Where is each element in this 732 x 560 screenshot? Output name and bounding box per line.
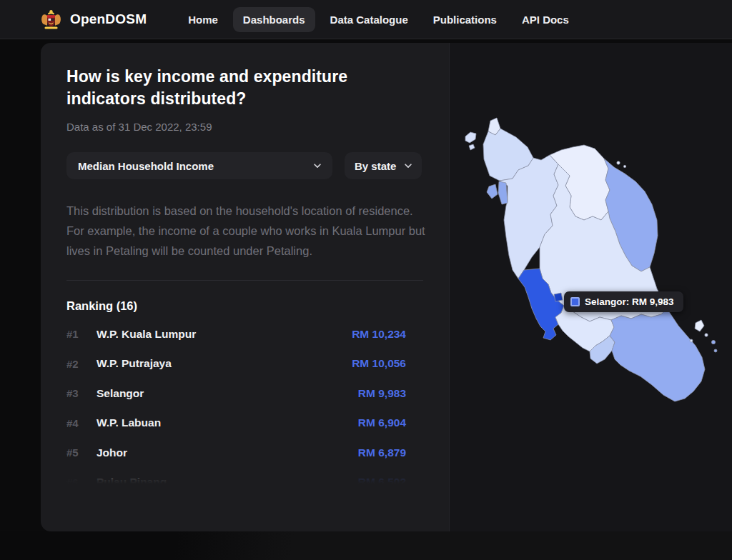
map-state-pulau-pinang[interactable] <box>487 184 498 199</box>
distribution-description: This distribution is based on the househ… <box>66 201 430 261</box>
ranking-row: #5 Johor RM 6,879 <box>66 438 423 468</box>
indicator-dropdown[interactable]: Median Household Income <box>66 152 332 179</box>
nav-item[interactable]: Dashboards <box>233 7 315 32</box>
map-region-seberang-perai[interactable] <box>498 181 508 204</box>
map-islet[interactable] <box>711 340 715 344</box>
dashboard-card: How is key income and expenditure indica… <box>41 43 732 531</box>
rank-number: #5 <box>66 446 92 459</box>
state-name: Pulau Pinang <box>97 476 167 484</box>
rank-number: #4 <box>66 417 92 429</box>
peninsular-malaysia-map <box>450 43 732 531</box>
tooltip-label: Selangor: RM 9,983 <box>585 296 674 307</box>
map-island-tioman[interactable] <box>695 320 704 331</box>
map-state-johor[interactable] <box>610 309 705 401</box>
state-name: W.P. Labuan <box>97 416 161 429</box>
filter-controls: Median Household Income By state <box>66 152 423 179</box>
ranking-row: #1 W.P. Kuala Lumpur RM 10,234 <box>66 319 423 349</box>
ranking-row: #4 W.P. Labuan RM 6,904 <box>66 409 423 439</box>
brand[interactable]: OpenDOSM <box>40 9 147 30</box>
main-nav: Home Dashboards Data Catalogue Publicati… <box>178 7 579 32</box>
map-islet[interactable] <box>469 144 475 150</box>
chevron-down-icon <box>403 161 413 171</box>
rank-number: #2 <box>66 358 92 370</box>
map-islet[interactable] <box>690 339 693 342</box>
nav-item[interactable]: Home <box>178 7 228 32</box>
income-value: RM 9,983 <box>358 387 423 400</box>
ranking-row: #6 Pulau Pinang RM 6,502 <box>66 468 423 484</box>
income-value: RM 6,904 <box>358 416 423 429</box>
choropleth-map-pane: Selangor: RM 9,983 <box>449 43 732 531</box>
nav-item[interactable]: API Docs <box>512 7 579 32</box>
level-dropdown-value: By state <box>355 160 396 172</box>
dashboard-left-pane: How is key income and expenditure indica… <box>41 43 449 531</box>
income-value: RM 10,234 <box>352 328 423 341</box>
malaysia-coat-of-arms-icon <box>40 9 62 30</box>
tooltip-color-swatch <box>570 297 580 306</box>
state-name: Johor <box>97 446 127 459</box>
indicator-dropdown-value: Median Household Income <box>78 160 214 172</box>
map-islet[interactable] <box>623 165 625 167</box>
ranking-title: Ranking (16) <box>66 299 423 313</box>
map-islet[interactable] <box>714 349 717 352</box>
income-value: RM 6,879 <box>358 446 423 459</box>
section-divider <box>66 280 423 281</box>
nav-item[interactable]: Publications <box>423 7 507 32</box>
brand-name: OpenDOSM <box>70 11 147 27</box>
rank-number: #1 <box>66 328 92 340</box>
state-name: W.P. Kuala Lumpur <box>97 328 196 341</box>
nav-item[interactable]: Data Catalogue <box>320 7 418 32</box>
state-name: Selangor <box>97 387 144 400</box>
income-value: RM 6,502 <box>358 476 423 484</box>
ranking-list: #1 W.P. Kuala Lumpur RM 10,234 #2 W.P. P… <box>66 319 423 484</box>
chevron-down-icon <box>312 161 322 171</box>
map-islet[interactable] <box>617 161 620 164</box>
data-as-of-label: Data as of 31 Dec 2022, 23:59 <box>66 121 423 133</box>
state-name: W.P. Putrajaya <box>97 357 172 370</box>
page-title: How is key income and expenditure indica… <box>66 66 394 110</box>
income-value: RM 10,056 <box>352 357 423 370</box>
page-bottom-strip <box>0 531 732 560</box>
map-state-kuala-lumpur[interactable] <box>554 293 563 301</box>
rank-number: #6 <box>66 476 92 484</box>
ranking-row: #2 W.P. Putrajaya RM 10,056 <box>66 349 423 379</box>
ranking-row: #3 Selangor RM 9,983 <box>66 379 423 409</box>
level-dropdown[interactable]: By state <box>345 152 422 179</box>
map-island-langkawi[interactable] <box>465 132 476 143</box>
map-tooltip: Selangor: RM 9,983 <box>564 291 683 312</box>
map-islet[interactable] <box>705 334 708 336</box>
top-navbar: OpenDOSM Home Dashboards Data Catalogue … <box>0 0 732 39</box>
rank-number: #3 <box>66 387 92 399</box>
